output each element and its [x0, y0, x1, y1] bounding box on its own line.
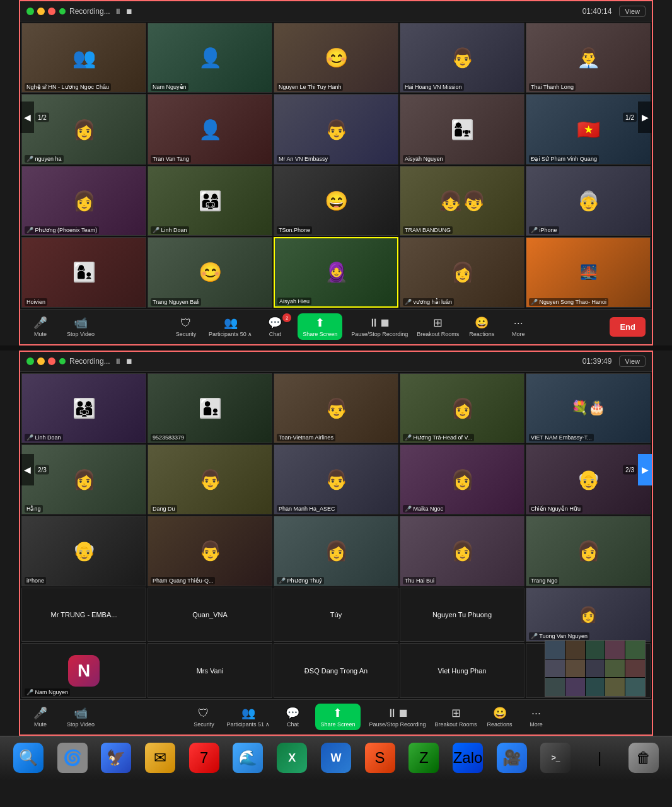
p2-cell-phanmanh[interactable]: 👨 Phan Manh Ha_ASEC: [274, 444, 398, 514]
security-btn-1[interactable]: 🛡 Security: [172, 316, 200, 337]
participant-cell-aisyahhieu[interactable]: 🧕 Aisyah Hieu: [274, 237, 398, 307]
p2-cell-tuongvan[interactable]: 👩 🎤 Tuong Van Nguyen: [526, 588, 651, 642]
dock-item-9[interactable]: Z: [408, 743, 439, 773]
tl-yellow-1[interactable]: [37, 8, 45, 15]
p2-cell-hang[interactable]: 👩 Hằng: [21, 444, 146, 514]
p2-cell-mrsvani[interactable]: Mrs Vani: [148, 643, 272, 698]
tl-green-1[interactable]: [26, 8, 34, 15]
thumb-3: [586, 641, 605, 659]
more-btn-2[interactable]: ··· More: [523, 707, 550, 728]
p2-cell-9523[interactable]: 👨‍👦 9523583379: [148, 373, 272, 443]
dock-terminal[interactable]: >_: [540, 743, 571, 773]
tl-green-2[interactable]: [26, 357, 34, 365]
view-btn-1[interactable]: View: [619, 6, 646, 17]
pause-recording-btn-1[interactable]: ⏸⏹ Pause/Stop Recording: [351, 316, 408, 337]
dock-item-2[interactable]: 🌀: [57, 743, 88, 773]
dock-trash[interactable]: 🗑: [629, 743, 659, 773]
participant-cell-daisu[interactable]: 🇻🇳 Đại Sứ Pham Vinh Quang: [526, 94, 651, 164]
more-btn-1[interactable]: ··· More: [504, 316, 532, 337]
p2-cell-chien[interactable]: 👴 Chiến Nguyễn Hữu: [526, 444, 651, 514]
p2-cell-huongtra[interactable]: 👩 🎤 Hương Trà-Head of V...: [400, 373, 524, 443]
participant-cell-haihoang[interactable]: 👨 Hai Hoang VN Mission: [400, 23, 524, 93]
mute-btn-2[interactable]: 🎤 Mute: [26, 706, 54, 728]
participant-cell-nguyenle[interactable]: 😊 Nguyen Le Thi Tuy Hanh: [274, 23, 398, 93]
p2-cell-dsqdang[interactable]: ĐSQ Dang Trong An: [274, 643, 398, 698]
p2-cell-phamquang[interactable]: 👨 Pham Quang Thiều-Q...: [148, 516, 272, 586]
participant-cell-nguyensong[interactable]: 🌉 🎤 Nguyen Song Thao- Hanoi: [526, 237, 651, 307]
participant-cell-tson[interactable]: 😄 TSon.Phone: [274, 166, 398, 236]
nav-left-1[interactable]: ◀: [20, 102, 34, 133]
share-screen-btn-1[interactable]: ⬆ Share Screen: [298, 313, 342, 340]
p2-cell-toan[interactable]: 👨 Toan-Vietnam Airlines: [274, 373, 398, 443]
reactions-btn-2[interactable]: 😀 Reactions: [486, 706, 514, 728]
nav-right-2[interactable]: ▶: [638, 454, 652, 485]
participant-cell-phuong[interactable]: 👩 🎤 Phương (Phoenix Team): [21, 166, 146, 236]
tl-red-1[interactable]: [48, 8, 55, 15]
participant-cell-thai[interactable]: 👨‍💼 Thai Thanh Long: [526, 23, 651, 93]
participant-cell-namng[interactable]: 👤 Nam Nguyễn: [148, 23, 272, 93]
dock-item-8[interactable]: S: [365, 743, 395, 773]
participant-name-trang: Trang Nguyen Bali: [151, 298, 201, 306]
p2-cell-linhdoan[interactable]: 👨‍👩‍👧 🎤 Linh Doan: [21, 373, 146, 443]
dock-word[interactable]: W: [321, 743, 351, 773]
participant-cell-tranvan[interactable]: 👤 Tran Van Tang: [148, 94, 272, 164]
p2-cell-trangngo[interactable]: 👩 Trang Ngo: [526, 516, 651, 586]
thumb-15: [625, 678, 645, 696]
dock-item-3[interactable]: 🦅: [101, 743, 131, 773]
stop-video-btn-1[interactable]: 📹 Stop Video: [67, 316, 95, 337]
stop-icon-1[interactable]: ⏹: [125, 7, 133, 16]
participant-cell-aisyah[interactable]: 👩‍👧 Aisyah Nguyen: [400, 94, 524, 164]
dock-finder[interactable]: 🔍: [13, 743, 43, 773]
p2-cell-namng-logo[interactable]: N 🎤 Nam Nguyen: [21, 643, 146, 698]
participant-cell-tram[interactable]: 👧👦 TRAM BANDUNG: [400, 166, 524, 236]
tl-red-2[interactable]: [48, 357, 55, 365]
p2-cell-iphone2[interactable]: 👴 iPhone: [21, 516, 146, 586]
dock-item-5[interactable]: 🌊: [233, 743, 263, 773]
pause-icon-2[interactable]: ⏸: [114, 357, 122, 366]
participant-cell-vuong[interactable]: 👩 🎤 vương hải luân: [400, 237, 524, 307]
mute-btn-1[interactable]: 🎤 Mute: [26, 316, 54, 337]
participant-cell-nguyenha[interactable]: 👩 🎤 nguyen ha: [21, 94, 146, 164]
p2-cell-phuongthuy[interactable]: 👩 🎤 Phương Thuý: [274, 516, 398, 586]
participant-cell-iphone1[interactable]: 👵 🎤 iPhone: [526, 166, 651, 236]
share-screen-btn-2[interactable]: ⬆ Share Screen: [315, 704, 360, 730]
end-btn-1[interactable]: End: [610, 317, 646, 337]
nav-right-1[interactable]: ▶: [638, 102, 652, 133]
p2-cell-mrtrung[interactable]: Mr TRUNG - EMBA...: [21, 588, 146, 642]
breakout-btn-1[interactable]: ⊞ Breakout Rooms: [417, 316, 459, 337]
dock-zalo[interactable]: Zalo: [453, 743, 483, 773]
p2-cell-nguyentu[interactable]: Nguyen Tu Phuong: [400, 588, 524, 642]
breakout-btn-2[interactable]: ⊞ Breakout Rooms: [435, 706, 477, 728]
participant-cell-nghesi[interactable]: 👥 Nghệ sĩ HN - Lương Ngọc Châu: [21, 23, 146, 93]
stop-icon-2[interactable]: ⏹: [125, 357, 133, 366]
pause-icon-1[interactable]: ⏸: [114, 7, 122, 16]
p2-cell-viethung[interactable]: Viet Hung Phan: [400, 643, 524, 698]
tl-yellow-2[interactable]: [37, 357, 45, 365]
p2-cell-quanvna[interactable]: Quan_VNA: [148, 588, 272, 642]
participant-cell-trang[interactable]: 😊 Trang Nguyen Bali: [148, 237, 272, 307]
security-btn-2[interactable]: 🛡 Security: [190, 707, 217, 728]
p2-cell-thuhai[interactable]: 👩 Thu Hai Bui: [400, 516, 524, 586]
thumb-13: [586, 678, 605, 696]
p2-cell-dangdu[interactable]: 👨 Dang Du: [148, 444, 272, 514]
participant-cell-mran[interactable]: 👨 Mr An VN Embassy: [274, 94, 398, 164]
participant-cell-linhdoan[interactable]: 👨‍👩‍👧 🎤 Linh Doan: [148, 166, 272, 236]
participants-btn-2[interactable]: 👥 Participants 51 ∧: [226, 706, 270, 728]
p2-cell-maika[interactable]: 👩 🎤 Maika Ngoc: [400, 444, 524, 514]
chat-btn-2[interactable]: 💬 Chat: [279, 706, 306, 728]
participant-cell-hoivien[interactable]: 👩‍👦 Hoivien: [21, 237, 146, 307]
dock-calendar[interactable]: 7: [189, 743, 219, 773]
dock-excel[interactable]: X: [277, 743, 307, 773]
dock-mail[interactable]: ✉: [145, 743, 175, 773]
pause-recording-btn-2[interactable]: ⏸⏹ Pause/Stop Recording: [369, 707, 426, 728]
p2-cell-tuy[interactable]: Túy: [274, 588, 398, 642]
participants-btn-1[interactable]: 👥 Participants 50 ∧: [209, 316, 252, 337]
reactions-btn-1[interactable]: 😀 Reactions: [468, 316, 495, 337]
thumb-6: [545, 659, 565, 678]
chat-btn-1[interactable]: 💬 2 Chat: [261, 316, 289, 337]
view-btn-2[interactable]: View: [619, 356, 646, 367]
p2-cell-vnemb[interactable]: 💐🎂 VIET NAM Embassy-T...: [526, 373, 651, 443]
stop-video-btn-2[interactable]: 📹 Stop Video: [67, 706, 95, 728]
nav-left-2[interactable]: ◀: [20, 454, 34, 485]
dock-zoom[interactable]: 🎥: [497, 743, 527, 773]
